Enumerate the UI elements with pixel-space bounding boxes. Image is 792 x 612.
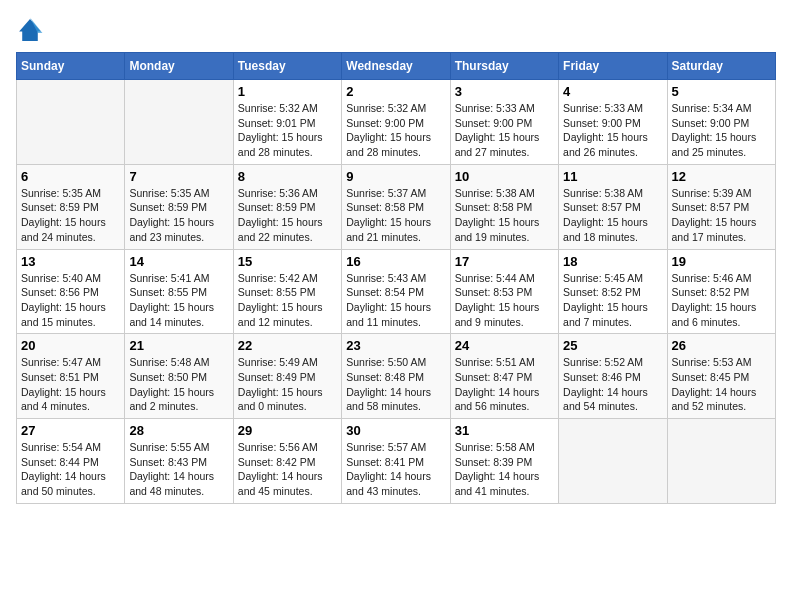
- calendar-cell: 3Sunrise: 5:33 AMSunset: 9:00 PMDaylight…: [450, 80, 558, 165]
- day-number: 11: [563, 169, 662, 184]
- calendar-cell: 2Sunrise: 5:32 AMSunset: 9:00 PMDaylight…: [342, 80, 450, 165]
- day-info: Sunrise: 5:39 AMSunset: 8:57 PMDaylight:…: [672, 186, 771, 245]
- calendar-cell: [667, 419, 775, 504]
- day-info: Sunrise: 5:56 AMSunset: 8:42 PMDaylight:…: [238, 440, 337, 499]
- day-info: Sunrise: 5:49 AMSunset: 8:49 PMDaylight:…: [238, 355, 337, 414]
- calendar-cell: [559, 419, 667, 504]
- calendar-cell: 19Sunrise: 5:46 AMSunset: 8:52 PMDayligh…: [667, 249, 775, 334]
- day-info: Sunrise: 5:36 AMSunset: 8:59 PMDaylight:…: [238, 186, 337, 245]
- calendar-cell: 1Sunrise: 5:32 AMSunset: 9:01 PMDaylight…: [233, 80, 341, 165]
- day-number: 26: [672, 338, 771, 353]
- calendar-cell: 24Sunrise: 5:51 AMSunset: 8:47 PMDayligh…: [450, 334, 558, 419]
- weekday-header-wednesday: Wednesday: [342, 53, 450, 80]
- day-number: 4: [563, 84, 662, 99]
- calendar-table: SundayMondayTuesdayWednesdayThursdayFrid…: [16, 52, 776, 504]
- weekday-header-monday: Monday: [125, 53, 233, 80]
- calendar-cell: 8Sunrise: 5:36 AMSunset: 8:59 PMDaylight…: [233, 164, 341, 249]
- day-number: 9: [346, 169, 445, 184]
- logo: [16, 16, 48, 44]
- weekday-header-saturday: Saturday: [667, 53, 775, 80]
- day-number: 27: [21, 423, 120, 438]
- calendar-week-row: 1Sunrise: 5:32 AMSunset: 9:01 PMDaylight…: [17, 80, 776, 165]
- day-info: Sunrise: 5:32 AMSunset: 9:01 PMDaylight:…: [238, 101, 337, 160]
- day-info: Sunrise: 5:40 AMSunset: 8:56 PMDaylight:…: [21, 271, 120, 330]
- day-number: 21: [129, 338, 228, 353]
- weekday-header-thursday: Thursday: [450, 53, 558, 80]
- calendar-cell: 4Sunrise: 5:33 AMSunset: 9:00 PMDaylight…: [559, 80, 667, 165]
- calendar-cell: 28Sunrise: 5:55 AMSunset: 8:43 PMDayligh…: [125, 419, 233, 504]
- day-number: 6: [21, 169, 120, 184]
- calendar-cell: 31Sunrise: 5:58 AMSunset: 8:39 PMDayligh…: [450, 419, 558, 504]
- day-number: 2: [346, 84, 445, 99]
- calendar-cell: 11Sunrise: 5:38 AMSunset: 8:57 PMDayligh…: [559, 164, 667, 249]
- day-number: 1: [238, 84, 337, 99]
- day-number: 3: [455, 84, 554, 99]
- day-number: 17: [455, 254, 554, 269]
- calendar-cell: 21Sunrise: 5:48 AMSunset: 8:50 PMDayligh…: [125, 334, 233, 419]
- calendar-cell: 17Sunrise: 5:44 AMSunset: 8:53 PMDayligh…: [450, 249, 558, 334]
- calendar-week-row: 13Sunrise: 5:40 AMSunset: 8:56 PMDayligh…: [17, 249, 776, 334]
- day-info: Sunrise: 5:37 AMSunset: 8:58 PMDaylight:…: [346, 186, 445, 245]
- day-info: Sunrise: 5:33 AMSunset: 9:00 PMDaylight:…: [455, 101, 554, 160]
- day-info: Sunrise: 5:43 AMSunset: 8:54 PMDaylight:…: [346, 271, 445, 330]
- weekday-header-tuesday: Tuesday: [233, 53, 341, 80]
- calendar-cell: 30Sunrise: 5:57 AMSunset: 8:41 PMDayligh…: [342, 419, 450, 504]
- day-info: Sunrise: 5:54 AMSunset: 8:44 PMDaylight:…: [21, 440, 120, 499]
- day-info: Sunrise: 5:47 AMSunset: 8:51 PMDaylight:…: [21, 355, 120, 414]
- day-number: 5: [672, 84, 771, 99]
- weekday-header-sunday: Sunday: [17, 53, 125, 80]
- day-info: Sunrise: 5:45 AMSunset: 8:52 PMDaylight:…: [563, 271, 662, 330]
- day-info: Sunrise: 5:41 AMSunset: 8:55 PMDaylight:…: [129, 271, 228, 330]
- day-info: Sunrise: 5:48 AMSunset: 8:50 PMDaylight:…: [129, 355, 228, 414]
- day-info: Sunrise: 5:46 AMSunset: 8:52 PMDaylight:…: [672, 271, 771, 330]
- day-info: Sunrise: 5:50 AMSunset: 8:48 PMDaylight:…: [346, 355, 445, 414]
- day-info: Sunrise: 5:38 AMSunset: 8:58 PMDaylight:…: [455, 186, 554, 245]
- weekday-header-friday: Friday: [559, 53, 667, 80]
- day-info: Sunrise: 5:57 AMSunset: 8:41 PMDaylight:…: [346, 440, 445, 499]
- weekday-header-row: SundayMondayTuesdayWednesdayThursdayFrid…: [17, 53, 776, 80]
- day-number: 20: [21, 338, 120, 353]
- calendar-cell: 15Sunrise: 5:42 AMSunset: 8:55 PMDayligh…: [233, 249, 341, 334]
- calendar-week-row: 6Sunrise: 5:35 AMSunset: 8:59 PMDaylight…: [17, 164, 776, 249]
- day-info: Sunrise: 5:34 AMSunset: 9:00 PMDaylight:…: [672, 101, 771, 160]
- calendar-cell: 12Sunrise: 5:39 AMSunset: 8:57 PMDayligh…: [667, 164, 775, 249]
- day-info: Sunrise: 5:38 AMSunset: 8:57 PMDaylight:…: [563, 186, 662, 245]
- calendar-cell: 5Sunrise: 5:34 AMSunset: 9:00 PMDaylight…: [667, 80, 775, 165]
- calendar-cell: [17, 80, 125, 165]
- calendar-cell: 29Sunrise: 5:56 AMSunset: 8:42 PMDayligh…: [233, 419, 341, 504]
- day-number: 28: [129, 423, 228, 438]
- day-number: 19: [672, 254, 771, 269]
- day-number: 24: [455, 338, 554, 353]
- day-info: Sunrise: 5:35 AMSunset: 8:59 PMDaylight:…: [21, 186, 120, 245]
- day-info: Sunrise: 5:44 AMSunset: 8:53 PMDaylight:…: [455, 271, 554, 330]
- day-info: Sunrise: 5:32 AMSunset: 9:00 PMDaylight:…: [346, 101, 445, 160]
- calendar-cell: 27Sunrise: 5:54 AMSunset: 8:44 PMDayligh…: [17, 419, 125, 504]
- calendar-week-row: 27Sunrise: 5:54 AMSunset: 8:44 PMDayligh…: [17, 419, 776, 504]
- day-info: Sunrise: 5:42 AMSunset: 8:55 PMDaylight:…: [238, 271, 337, 330]
- calendar-cell: 10Sunrise: 5:38 AMSunset: 8:58 PMDayligh…: [450, 164, 558, 249]
- calendar-cell: 20Sunrise: 5:47 AMSunset: 8:51 PMDayligh…: [17, 334, 125, 419]
- calendar-cell: 9Sunrise: 5:37 AMSunset: 8:58 PMDaylight…: [342, 164, 450, 249]
- day-info: Sunrise: 5:53 AMSunset: 8:45 PMDaylight:…: [672, 355, 771, 414]
- day-number: 16: [346, 254, 445, 269]
- calendar-cell: [125, 80, 233, 165]
- day-info: Sunrise: 5:35 AMSunset: 8:59 PMDaylight:…: [129, 186, 228, 245]
- calendar-cell: 22Sunrise: 5:49 AMSunset: 8:49 PMDayligh…: [233, 334, 341, 419]
- page-header: [16, 16, 776, 44]
- day-info: Sunrise: 5:55 AMSunset: 8:43 PMDaylight:…: [129, 440, 228, 499]
- day-number: 29: [238, 423, 337, 438]
- calendar-cell: 14Sunrise: 5:41 AMSunset: 8:55 PMDayligh…: [125, 249, 233, 334]
- calendar-cell: 7Sunrise: 5:35 AMSunset: 8:59 PMDaylight…: [125, 164, 233, 249]
- day-info: Sunrise: 5:33 AMSunset: 9:00 PMDaylight:…: [563, 101, 662, 160]
- day-number: 31: [455, 423, 554, 438]
- day-number: 7: [129, 169, 228, 184]
- day-number: 8: [238, 169, 337, 184]
- day-number: 25: [563, 338, 662, 353]
- calendar-week-row: 20Sunrise: 5:47 AMSunset: 8:51 PMDayligh…: [17, 334, 776, 419]
- day-number: 18: [563, 254, 662, 269]
- calendar-cell: 26Sunrise: 5:53 AMSunset: 8:45 PMDayligh…: [667, 334, 775, 419]
- day-number: 10: [455, 169, 554, 184]
- day-number: 23: [346, 338, 445, 353]
- day-number: 15: [238, 254, 337, 269]
- day-number: 14: [129, 254, 228, 269]
